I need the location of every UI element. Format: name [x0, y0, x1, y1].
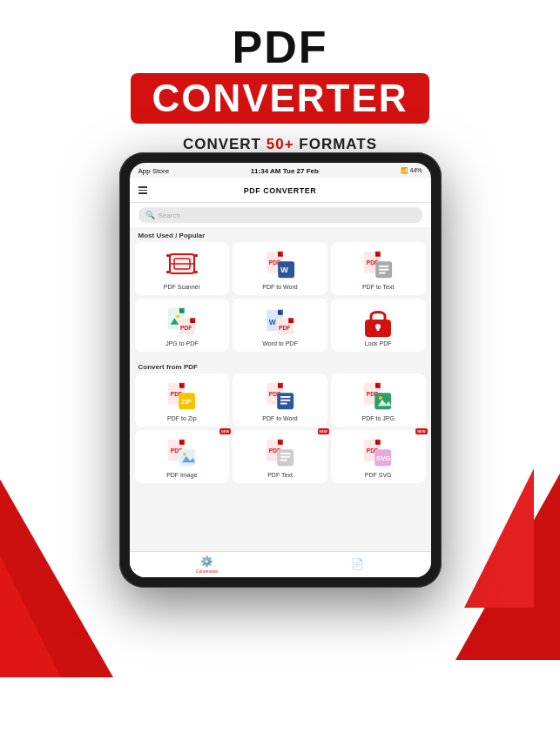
tablet-screen: App Store 11:34 AM Tue 27 Feb 📶 44% PDF … [130, 163, 431, 577]
grid-row-3: PDF ZIP PDF to Zip [135, 374, 426, 427]
grid-cell-lock-pdf[interactable]: Lock PDF [331, 299, 426, 352]
doc-tab-icon: 📄 [351, 558, 364, 570]
svg-rect-5 [166, 271, 170, 273]
cell-label-scanner: PDF Scanner [164, 284, 200, 290]
tablet-frame: App Store 11:34 AM Tue 27 Feb 📶 44% PDF … [119, 152, 442, 588]
status-bar: App Store 11:34 AM Tue 27 Feb 📶 44% [130, 163, 431, 178]
subtitle-suffix: FORMATS [294, 136, 378, 152]
pdf-text-2-icon: PDF [265, 437, 296, 468]
svg-text:SVG: SVG [376, 454, 390, 462]
cell-label-pdf-word: PDF to Word [262, 284, 297, 290]
grid-cell-pdf-scanner[interactable]: PDF Scanner [135, 242, 230, 295]
cell-label-jpg-pdf: JPG to PDF [165, 340, 198, 347]
word-to-pdf-icon: W PDF [265, 306, 296, 337]
search-input[interactable]: 🔍 Search [138, 207, 422, 223]
content-area: Most Used / Popular [130, 227, 431, 551]
status-time: 11:34 AM Tue 27 Feb [251, 167, 319, 175]
grid-cell-word-to-pdf[interactable]: W PDF Word to PDF [233, 299, 327, 352]
bottom-tab-doc[interactable]: 📄 [351, 558, 364, 571]
search-placeholder-text: Search [159, 212, 180, 219]
svg-text:W: W [280, 265, 288, 274]
grid-cell-pdf-image[interactable]: NEW PDF PDF Image [135, 430, 230, 483]
svg-text:PDF: PDF [279, 325, 290, 331]
svg-rect-6 [194, 271, 198, 273]
grid-cell-jpg-to-pdf[interactable]: PDF JPG to PDF [135, 299, 230, 352]
search-icon: 🔍 [145, 211, 155, 219]
cell-label-pdf-text: PDF to Text [362, 284, 394, 290]
subtitle-prefix: CONVERT [183, 136, 267, 152]
pdf-to-text-icon: PDF [362, 249, 394, 280]
bottom-tab-conversion[interactable]: ⚙️ Conversion [196, 555, 218, 574]
new-badge-3: NEW [415, 428, 427, 434]
svg-text:ZIP: ZIP [181, 398, 192, 406]
conversion-tab-label: Conversion [196, 569, 218, 574]
svg-point-68 [183, 453, 186, 456]
header-section: PDF CONVERTER CONVERT 50+ FORMATS [0, 0, 560, 153]
subtitle-highlight: 50+ [267, 136, 294, 152]
hamburger-icon[interactable] [138, 186, 147, 194]
grid-cell-pdf-word-2[interactable]: PDF PDF to Word [233, 374, 327, 427]
grid-cell-pdf-text-2[interactable]: NEW PDF PDF Text [233, 430, 327, 483]
svg-rect-3 [166, 254, 170, 257]
svg-rect-4 [194, 254, 198, 257]
grid-row-2: PDF JPG to PDF W [135, 299, 426, 352]
app-header: PDF CONVERTER [130, 178, 431, 203]
svg-text:PDF: PDF [180, 325, 192, 331]
cell-label-pdf-svg: PDF SVG [365, 472, 392, 478]
grid-popular: PDF Scanner PDF [130, 242, 431, 359]
grid-cell-pdf-svg[interactable]: NEW PDF SVG PDF SVG [331, 430, 426, 483]
section-label-convert-from: Convert from PDF [130, 359, 431, 374]
pdf-image-icon: PDF [166, 437, 198, 468]
status-store: App Store [138, 167, 170, 175]
section-label-popular: Most Used / Popular [130, 227, 431, 242]
cell-label-word-pdf: Word to PDF [262, 340, 297, 347]
app-title: PDF CONVERTER [244, 186, 317, 195]
pdf-to-word-icon: PDF W [265, 249, 296, 280]
grid-cell-pdf-zip[interactable]: PDF ZIP PDF to Zip [135, 374, 230, 427]
new-badge: NEW [219, 428, 231, 434]
svg-text:W: W [268, 318, 276, 326]
cell-label-pdf-zip: PDF to Zip [167, 415, 196, 421]
subtitle: CONVERT 50+ FORMATS [0, 136, 560, 153]
lock-pdf-icon [362, 306, 394, 337]
pdf-to-jpg-icon: PDF [362, 380, 394, 412]
new-badge-2: NEW [318, 428, 329, 434]
cell-label-pdf-jpg: PDF to JPG [362, 415, 395, 421]
app-bottom-bar: ⚙️ Conversion 📄 [130, 551, 431, 577]
svg-rect-40 [377, 326, 380, 331]
pdf-to-word-2-icon: PDF [265, 380, 296, 412]
cell-label-lock-pdf: Lock PDF [365, 340, 392, 347]
conversion-tab-icon: ⚙️ [200, 555, 213, 568]
pdf-to-zip-icon: PDF ZIP [166, 380, 198, 412]
grid-cell-pdf-to-word[interactable]: PDF W PDF to Word [233, 242, 327, 295]
converter-badge: CONVERTER [131, 73, 428, 124]
pdf-title: PDF [0, 24, 560, 70]
cell-label-pdf-word-2: PDF to Word [262, 415, 297, 421]
grid-row-1: PDF Scanner PDF [135, 242, 426, 295]
pdf-svg-icon: PDF SVG [362, 437, 394, 468]
cell-label-pdf-text-2: PDF Text [267, 472, 293, 478]
status-icons: 📶 44% [401, 167, 422, 174]
jpg-to-pdf-icon: PDF [166, 306, 198, 337]
grid-cell-pdf-jpg[interactable]: PDF PDF to JPG [331, 374, 426, 427]
grid-row-4: NEW PDF PDF Image [135, 430, 426, 483]
svg-point-61 [379, 396, 382, 400]
svg-point-25 [176, 314, 179, 318]
search-bar: 🔍 Search [130, 203, 431, 227]
cell-label-pdf-image: PDF Image [166, 472, 197, 478]
grid-cell-pdf-to-text[interactable]: PDF PDF to Text [331, 242, 426, 295]
tablet-outer: App Store 11:34 AM Tue 27 Feb 📶 44% PDF … [119, 152, 442, 588]
grid-convert-from: PDF ZIP PDF to Zip [130, 374, 431, 490]
scanner-icon [166, 249, 198, 280]
